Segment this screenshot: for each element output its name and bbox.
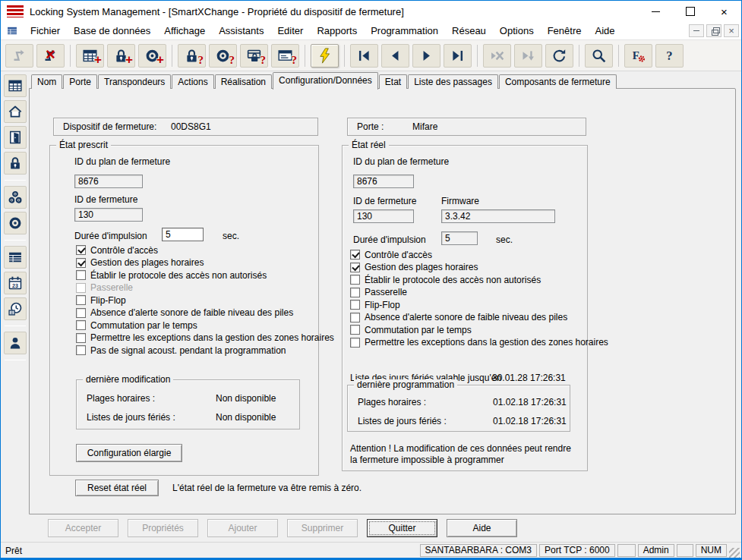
- ajouter-button[interactable]: Ajouter: [207, 519, 278, 537]
- quitter-button[interactable]: Quitter: [367, 519, 437, 537]
- checkbox-icon[interactable]: [350, 300, 360, 310]
- tab-liste-des-passages[interactable]: Liste des passages: [408, 74, 498, 89]
- disconnect-button[interactable]: [36, 44, 65, 68]
- door-button[interactable]: [4, 126, 27, 149]
- actual-pulse-field[interactable]: 5: [441, 231, 478, 245]
- checkbox-commutation-temps[interactable]: Commutation par le temps: [76, 320, 334, 330]
- refresh-button[interactable]: [545, 44, 573, 68]
- connect-button[interactable]: [5, 44, 33, 68]
- checkbox-controle-acces[interactable]: Contrôle d'accès: [76, 245, 334, 255]
- mdi-restore-button[interactable]: [706, 24, 721, 37]
- checkbox-icon[interactable]: [76, 245, 86, 255]
- tab-actions[interactable]: Actions: [172, 74, 213, 89]
- user-button[interactable]: [4, 332, 27, 354]
- menu-fichier[interactable]: Fichier: [24, 23, 67, 39]
- checkbox-icon[interactable]: [350, 313, 360, 322]
- actual-lock-id-field[interactable]: 130: [353, 209, 414, 223]
- checkbox-icon[interactable]: [76, 270, 86, 280]
- building-button[interactable]: [4, 100, 27, 123]
- checkbox-commutation-temps[interactable]: Commutation par le temps: [350, 325, 608, 335]
- tab-composants-de-fermeture[interactable]: Composants de fermeture: [499, 74, 617, 89]
- proprietes-button[interactable]: Propriétés: [128, 519, 198, 537]
- supprimer-button[interactable]: Supprimer: [287, 519, 358, 537]
- program-button[interactable]: [311, 44, 339, 68]
- filter-settings-button[interactable]: [624, 44, 652, 68]
- pulse-field[interactable]: 5: [162, 228, 204, 241]
- previous-record-button[interactable]: [381, 44, 409, 68]
- checkbox-exceptions-zones[interactable]: Permettre les exceptions dans la gestion…: [76, 333, 334, 343]
- checkbox-icon[interactable]: [76, 283, 86, 293]
- plan-id-field[interactable]: 8676: [74, 175, 143, 188]
- checkbox-icon[interactable]: [350, 338, 360, 348]
- first-record-button[interactable]: [350, 44, 378, 68]
- maximize-button[interactable]: [673, 1, 707, 22]
- checkbox-gestion-plages[interactable]: Gestion des plages horaires: [76, 258, 334, 268]
- menu-reseau[interactable]: Réseau: [445, 23, 493, 39]
- skip-task-button[interactable]: [514, 44, 542, 68]
- checkbox-icon[interactable]: [76, 345, 86, 355]
- transponder-groups-button[interactable]: [4, 186, 27, 209]
- menu-editer[interactable]: Editer: [270, 23, 310, 39]
- tab-configuration-donnees[interactable]: Configuration/Données: [273, 72, 378, 90]
- transponder-button[interactable]: [4, 212, 27, 234]
- checkbox-flip-flop[interactable]: Flip-Flop: [76, 295, 334, 305]
- read-network-button[interactable]: [271, 44, 299, 68]
- menu-rapports[interactable]: Rapports: [310, 23, 364, 39]
- aide-button[interactable]: Aide: [447, 519, 517, 537]
- menu-programmation[interactable]: Programmation: [364, 23, 445, 39]
- checkbox-passerelle[interactable]: Passerelle: [350, 288, 608, 297]
- checkbox-exceptions-zones[interactable]: Permettre les exceptions dans la gestion…: [350, 338, 608, 348]
- checkbox-absence-alerte[interactable]: Absence d'alerte sonore de faible niveau…: [76, 308, 334, 318]
- lock-button[interactable]: [4, 152, 27, 175]
- checkbox-gestion-plages[interactable]: Gestion des plages horaires: [350, 263, 608, 272]
- tab-nom[interactable]: Nom: [31, 74, 62, 89]
- menu-fenetre[interactable]: Fenêtre: [541, 23, 589, 39]
- checkbox-icon[interactable]: [350, 250, 360, 260]
- firmware-field[interactable]: 3.3.42: [441, 209, 555, 223]
- resize-grip[interactable]: [729, 548, 740, 558]
- last-record-button[interactable]: [444, 44, 472, 68]
- tab-etat[interactable]: Etat: [379, 74, 407, 89]
- new-transponder-button[interactable]: [138, 44, 166, 68]
- checkbox-icon[interactable]: [350, 325, 360, 335]
- accepter-button[interactable]: Accepter: [48, 519, 118, 537]
- read-transponder-button[interactable]: [209, 44, 237, 68]
- checkbox-protocole-acces[interactable]: Établir le protocole des accès non autor…: [350, 275, 608, 285]
- checkbox-icon[interactable]: [76, 333, 86, 343]
- mdi-close-button[interactable]: ×: [724, 24, 739, 37]
- checkbox-icon[interactable]: [76, 295, 86, 305]
- checkbox-pas-signal[interactable]: Pas de signal acoust. pendant la program…: [76, 345, 334, 355]
- extended-configuration-button[interactable]: Configuration élargie: [76, 444, 182, 462]
- checkbox-passerelle[interactable]: Passerelle: [76, 283, 334, 293]
- access-log-button[interactable]: [4, 297, 27, 320]
- checkbox-icon[interactable]: [350, 275, 360, 285]
- mdi-minimize-button[interactable]: [689, 24, 704, 37]
- close-button[interactable]: ×: [707, 1, 741, 22]
- checkbox-icon[interactable]: [76, 320, 86, 330]
- lock-id-field[interactable]: 130: [74, 208, 143, 222]
- checkbox-icon[interactable]: [76, 308, 86, 318]
- checkbox-icon[interactable]: [350, 288, 360, 297]
- cancel-programming-button[interactable]: [483, 44, 511, 68]
- menu-options[interactable]: Options: [493, 23, 541, 39]
- read-card-lock-button[interactable]: [240, 44, 268, 68]
- checkbox-icon[interactable]: [76, 258, 86, 268]
- checkbox-icon[interactable]: [350, 263, 360, 272]
- new-lock-button[interactable]: [107, 44, 135, 68]
- tab-realisation[interactable]: Réalisation: [215, 74, 272, 89]
- locking-plan-matrix-button[interactable]: [4, 74, 27, 97]
- checkbox-flip-flop[interactable]: Flip-Flop: [350, 300, 608, 310]
- actual-plan-id-field[interactable]: 8676: [353, 175, 414, 188]
- checkbox-controle-acces[interactable]: Contrôle d'accès: [350, 250, 608, 260]
- menu-aide[interactable]: Aide: [588, 23, 621, 39]
- checkbox-absence-alerte[interactable]: Absence d'alerte sonore de faible niveau…: [350, 313, 608, 322]
- holiday-calendar-button[interactable]: [4, 272, 27, 294]
- checkbox-protocole-acces[interactable]: Établir le protocole des accès non autor…: [76, 270, 334, 280]
- menu-base-de-donnees[interactable]: Base de données: [67, 23, 157, 39]
- search-button[interactable]: [585, 44, 613, 68]
- help-button[interactable]: [655, 44, 684, 68]
- next-record-button[interactable]: [412, 44, 440, 68]
- read-lock-button[interactable]: [178, 44, 206, 68]
- tab-transpondeurs[interactable]: Transpondeurs: [98, 74, 171, 89]
- reset-actual-state-button[interactable]: Reset état réel: [75, 480, 159, 496]
